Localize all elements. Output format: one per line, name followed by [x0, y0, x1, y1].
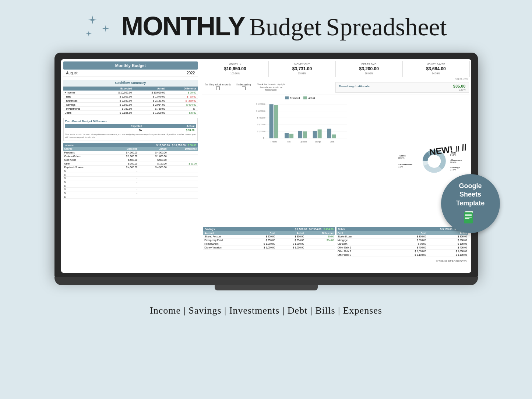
cashflow-row: + Income $ 10,600.00 $ 10,650.00 $ 50.00: [63, 91, 198, 95]
income-row-empty: $-: [63, 173, 198, 176]
debts-row: Mortgage $ 300.00 $ 300.00: [337, 239, 468, 242]
cashflow-title: Cashflow Summary: [63, 80, 198, 86]
legend-actual: [303, 96, 307, 99]
svg-text:$ 2,500.00: $ 2,500.00: [257, 131, 265, 133]
svg-rect-23: [269, 104, 274, 138]
svg-text:Bills: Bills: [288, 141, 291, 143]
income-row-empty: $-: [63, 184, 198, 187]
cashflow-row: - Investments $ 750.00 $ 750.00 $ -: [63, 107, 198, 111]
donut-left-labels: - Debts 30.1% - Investments 7.1%: [398, 155, 418, 168]
debts-row: Car Loan $ 95.00 $ 100.00: [337, 242, 468, 246]
savings-row: Homeowners $ 1,000.00 $ 1,000.00: [203, 242, 335, 246]
budget-header: Monthly Budget: [63, 61, 198, 70]
income-row: Paycheck $ 4,500.00 $ 4,500.00: [63, 151, 198, 155]
gs-badge-text: Google Sheets Template: [456, 182, 485, 208]
budget-month-row: August 2022: [63, 70, 198, 77]
savings-section: Savings $ 2,500.00 $ 2,934.00 $ 434.00: [203, 227, 335, 257]
footer-categories: Income | Savings | Investments | Debt | …: [150, 305, 382, 316]
svg-rect-32: [332, 134, 336, 138]
debts-section: Debts $ 3,195.00 $ 3,200.00: [337, 227, 468, 257]
copyright: © THINKLIKEAGIRLBOSS: [202, 258, 469, 264]
chart-legend: Expected Actual: [203, 96, 397, 99]
money-stat: DEBTS PAID $3,200.00 30.05%: [336, 61, 403, 77]
remaining-value: $35.00: [453, 84, 466, 88]
laptop-wrapper: NEW! // Google Sheets Template Monthly B…: [54, 53, 478, 290]
google-sheets-icon: [463, 211, 478, 225]
checkbox-area: I'm filling actual amounts I'm budgeting…: [202, 83, 335, 92]
svg-rect-10: [465, 218, 469, 219]
income-row-empty: $-: [63, 191, 198, 195]
svg-text:$ 7,500.00: $ 7,500.00: [257, 117, 265, 119]
savings-row: Disney Vacation $ 1,000.00 $ 1,000.00: [203, 246, 335, 250]
remaining-label: Remaining to Allocate:: [339, 85, 370, 88]
income-row: Custom Orders $ 1,000.00 $ 1,000.00: [63, 154, 198, 158]
debts-table: Debt Goal Actual Student Loan $ 300.00 $…: [337, 231, 468, 257]
income-row-empty: $-: [63, 187, 198, 191]
income-section: Income $ 10,600.00 $ 10,650.00 $ 50.00: [63, 143, 198, 199]
savings-header: Savings $ 2,500.00 $ 2,934.00 $ 434.00: [203, 227, 335, 231]
svg-rect-24: [274, 105, 278, 138]
zbb-table: Expected Actual $ - $ 35.00: [65, 124, 196, 132]
checkbox-item-1: I'm filling actual amounts: [205, 83, 231, 92]
title-spreadsheet: Spreadsheet: [326, 13, 447, 42]
svg-rect-8: [465, 215, 472, 216]
zbb-section: Zero Based Budget Difference Expected Ac…: [63, 118, 198, 141]
checkbox-remaining-row: I'm filling actual amounts I'm budgeting…: [202, 80, 469, 95]
income-row-empty: $-: [63, 180, 198, 184]
bottom-tables-row: Savings $ 2,500.00 $ 2,934.00 $ 434.00: [202, 227, 469, 258]
income-row-empty: $-: [63, 169, 198, 173]
savings-row: Emergency Fund $ 250.00 $ 634.00 384.00: [203, 239, 335, 242]
cashflow-row: Debts $ 3,195.00 $ 1,200.00 $ 5.00: [63, 111, 198, 115]
income-header: Income $ 10,600.00 $ 10,650.00 $ 50.00: [63, 143, 198, 147]
page-header: MONTHLY Budget Spreadsheet: [85, 11, 447, 42]
svg-text:+ Income: + Income: [270, 141, 278, 143]
sparkle-icon: [85, 12, 114, 41]
money-stats-row: MONEY IN $10,650.00 100.00% MONEY OUT $3…: [202, 61, 469, 77]
income-row: Other $ 100.00 $ 150.00 $ 50.00: [63, 162, 198, 165]
savings-table: Account Goal Actual Difference Shared Ac…: [203, 231, 335, 250]
svg-rect-28: [303, 131, 307, 138]
checkbox-budgeting[interactable]: [242, 86, 246, 90]
charts-row: Expected Actual $ 12,500.00 $ 10,: [202, 95, 469, 227]
checkbox-item-2: I'm budgeting: [236, 83, 251, 92]
bar-chart-area: Expected Actual $ 12,500.00 $ 10,: [203, 96, 397, 226]
svg-rect-9: [465, 217, 472, 218]
svg-text:Expenses: Expenses: [300, 141, 307, 143]
svg-rect-25: [285, 133, 289, 138]
date-row: Aug 31, 2022: [202, 77, 469, 80]
income-row-empty: $-: [63, 195, 198, 198]
money-stat: MONEY OUT $3,731.00 35.03%: [269, 61, 336, 77]
title-block: MONTHLY Budget Spreadsheet: [121, 11, 447, 42]
svg-rect-7: [465, 214, 472, 215]
debts-row: Student Loan $ 300.00 $ 300.00: [337, 235, 468, 239]
svg-text:$ 12,500.00: $ 12,500.00: [256, 103, 265, 105]
laptop-body: Monthly Budget August 2022 Cashflow Summ…: [54, 53, 478, 277]
google-sheets-badge[interactable]: Google Sheets Template: [441, 174, 500, 233]
cashflow-table: Expected Actual Difference + Income $ 10…: [63, 86, 198, 115]
svg-rect-27: [298, 131, 302, 138]
highlight-note: Check this boxes to highlight the cells …: [256, 83, 286, 92]
svg-text:$ 10,000.00: $ 10,000.00: [256, 110, 265, 112]
legend-expected: [285, 96, 289, 99]
svg-text:$ -: $ -: [263, 137, 265, 139]
income-row-empty: $-: [63, 176, 198, 180]
debts-header: Debts $ 3,195.00 $ 3,200.00: [337, 227, 468, 231]
title-budget: Budget: [249, 13, 321, 42]
laptop-stand: [215, 285, 318, 290]
svg-text:$ 5,000.00: $ 5,000.00: [257, 124, 265, 126]
svg-rect-29: [313, 131, 317, 138]
svg-text:Debts: Debts: [330, 141, 335, 143]
money-stat: MONEY SAVED $3,684.00 34.59%: [403, 61, 470, 77]
savings-row: Shared Account $ 250.00 $ 300.00 90.00: [203, 235, 335, 239]
bar-chart-svg: $ 12,500.00 $ 10,000.00 $ 7,500.00 $ 5,0…: [203, 101, 397, 145]
cashflow-row: - Bills $ 1,605.00 $ 1,570.00 $ -35.00: [63, 95, 198, 99]
laptop-screen: Monthly Budget August 2022 Cashflow Summ…: [61, 59, 471, 273]
income-row: Paycheck Spouse $ 4,500.00 $ 4,500.00: [63, 165, 198, 169]
income-row: Side hustle $ 500.00 $ 500.00: [63, 158, 198, 162]
svg-rect-30: [318, 130, 322, 138]
laptop-base: [54, 277, 478, 285]
debts-row: Other Debt 3 $ 1,100.00 $ 1,100.00: [337, 253, 468, 257]
svg-text:Savings: Savings: [315, 141, 321, 143]
cashflow-row: - Expenses $ 2,550.00 $ 2,181.00 $ -389.…: [63, 99, 198, 103]
checkbox-actual[interactable]: [216, 86, 220, 90]
